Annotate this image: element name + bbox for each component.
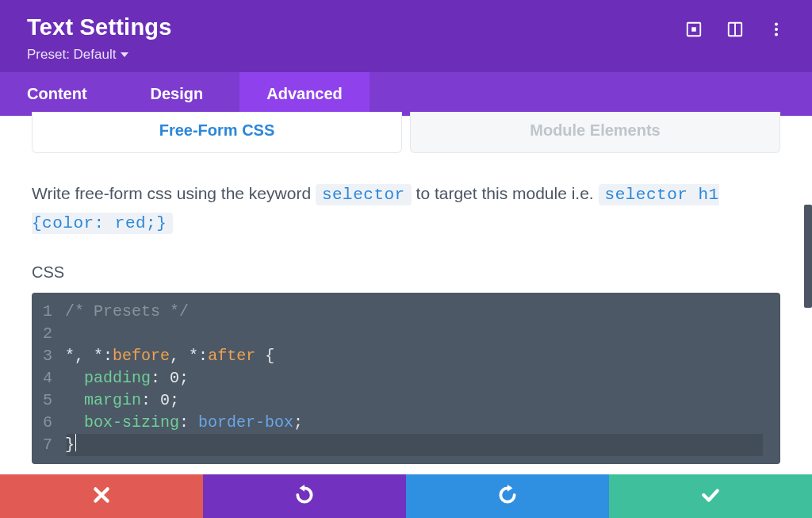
- svg-point-5: [775, 28, 778, 31]
- footer-actions: [0, 474, 812, 518]
- header-icons: [685, 14, 788, 38]
- svg-point-6: [775, 33, 778, 36]
- undo-icon: [294, 485, 315, 508]
- caret-down-icon: [121, 52, 128, 57]
- tab-advanced[interactable]: Advanced: [239, 72, 370, 116]
- close-icon: [91, 485, 112, 508]
- code-line: 3 *, *:before, *:after {: [43, 345, 769, 367]
- modal-header: Text Settings Preset: Default: [0, 0, 812, 72]
- modal-title: Text Settings: [27, 14, 172, 40]
- desc-pre: Write free-form css using the keyword: [32, 184, 316, 202]
- svg-point-4: [775, 23, 778, 26]
- preset-label: Preset: Default: [27, 47, 116, 63]
- line-number: 4: [43, 367, 65, 389]
- code-line: 5 margin: 0;: [43, 389, 769, 412]
- css-section-label: CSS: [32, 263, 780, 282]
- preset-dropdown[interactable]: Preset: Default: [27, 47, 172, 63]
- check-icon: [700, 485, 721, 508]
- line-number: 7: [43, 434, 65, 456]
- css-editor[interactable]: 1 /* Presets */ 2 3 *, *:before, *:after…: [32, 293, 780, 464]
- subtab-module-elements[interactable]: Module Elements: [410, 112, 780, 153]
- line-number: 5: [43, 389, 65, 412]
- more-vertical-icon[interactable]: [768, 21, 785, 38]
- line-number: 2: [43, 323, 65, 345]
- line-number: 1: [43, 301, 65, 323]
- line-number: 6: [43, 412, 65, 434]
- subtab-freeform-css[interactable]: Free-Form CSS: [32, 112, 402, 153]
- header-left: Text Settings Preset: Default: [27, 14, 172, 63]
- desc-mid: to target this module i.e.: [416, 184, 599, 202]
- cancel-button[interactable]: [0, 474, 203, 518]
- text-caret: [75, 434, 76, 451]
- redo-button[interactable]: [406, 474, 609, 518]
- expand-icon[interactable]: [685, 21, 703, 38]
- confirm-button[interactable]: [609, 474, 812, 518]
- code-line: 7 }: [43, 434, 769, 456]
- columns-icon[interactable]: [726, 21, 744, 38]
- code-line: 4 padding: 0;: [43, 367, 769, 389]
- undo-button[interactable]: [203, 474, 406, 518]
- tab-design[interactable]: Design: [114, 72, 240, 116]
- code-line: 6 box-sizing: border-box;: [43, 412, 769, 434]
- tab-content[interactable]: Content: [0, 72, 114, 116]
- content-area: Free-Form CSS Module Elements Write free…: [0, 112, 812, 464]
- code-line: 1 /* Presets */: [43, 301, 769, 323]
- css-subtabs: Free-Form CSS Module Elements: [32, 112, 780, 153]
- css-description: Write free-form css using the keyword se…: [32, 180, 780, 236]
- desc-keyword-1: selector: [316, 184, 412, 205]
- code-line: 2: [43, 323, 769, 345]
- redo-icon: [497, 485, 518, 508]
- scrollbar-thumb[interactable]: [804, 205, 812, 308]
- app-window: Text Settings Preset: Default Content De…: [0, 0, 812, 518]
- svg-rect-1: [691, 27, 696, 32]
- line-number: 3: [43, 345, 65, 367]
- main-tabs: Content Design Advanced: [0, 72, 812, 116]
